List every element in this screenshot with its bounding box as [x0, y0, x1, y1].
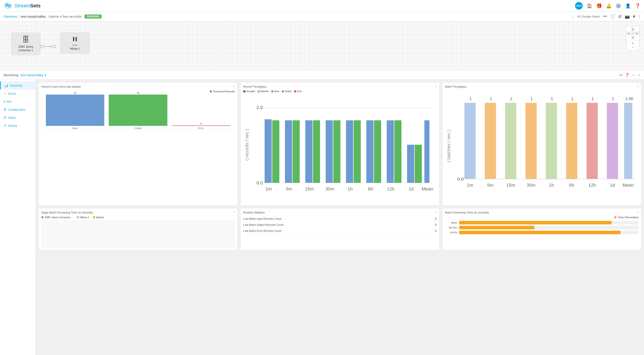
- monitoring-section: Monitoring: test-mysql-kafka ▾ ••• ❓ — ⤢…: [0, 71, 644, 355]
- bar-1m-output: [272, 120, 280, 183]
- svg-text:1h: 1h: [549, 182, 554, 188]
- batch-throughput-title: Batch Throughput: [445, 85, 638, 88]
- jdbc-node[interactable]: 🗄 JDBC QueryConsumer 1: [11, 33, 40, 55]
- svg-text:1: 1: [612, 97, 614, 101]
- gift-icon[interactable]: 🎁: [596, 3, 602, 8]
- svg-text:1d: 1d: [408, 186, 414, 191]
- shuffle-icon[interactable]: ⇄: [618, 14, 622, 19]
- processed-legend-dot: [210, 90, 212, 92]
- sidebar-item-info[interactable]: ℹ Info: [0, 97, 36, 105]
- sidebar-item-rules[interactable]: ☰ Rules: [0, 114, 36, 122]
- output-bar-group: 10 Output: [109, 92, 167, 129]
- nav-right-button[interactable]: ►: [635, 31, 639, 35]
- svg-text:( batches / sec ): ( batches / sec ): [446, 130, 451, 162]
- sidebar-label-history: History: [8, 124, 17, 127]
- error-bar-group: 0 Error: [172, 122, 230, 129]
- record-throughput-title: Record Throughput: [243, 85, 436, 88]
- hbase-subtitle: BASE: [72, 44, 78, 46]
- sidebar-item-configuration[interactable]: ⚙ Configuration: [0, 105, 36, 114]
- sidebar-label-summary: Summary: [10, 84, 22, 87]
- svg-text:15m: 15m: [506, 182, 515, 188]
- errors-icon: ⚠: [4, 92, 6, 95]
- bar-mean-input: [424, 120, 430, 183]
- record-count-title: Record Count (since last startup): [42, 85, 235, 88]
- logo[interactable]: StreamSets: [4, 1, 40, 10]
- sidebar-item-errors[interactable]: ⚠ Errors: [0, 89, 36, 97]
- nav-pad-empty2: [635, 27, 639, 31]
- help-mon-icon[interactable]: ❓: [625, 73, 630, 77]
- bar-axis: [42, 129, 235, 129]
- stage-batch-close[interactable]: ×: [234, 210, 235, 214]
- svg-text:1: 1: [510, 97, 512, 101]
- help-icon[interactable]: ❓: [635, 3, 640, 8]
- jdbc-legend-dot: [42, 216, 44, 218]
- maximize-icon[interactable]: ⤢: [638, 73, 640, 77]
- grouped-legend: Grouped: [243, 90, 255, 92]
- timer-bar-container-mean: [459, 221, 638, 224]
- pipelines-link[interactable]: Pipelines: [4, 14, 17, 18]
- charts-row-1: Record Count (since last startup) × Proc…: [38, 82, 641, 205]
- batch-processing-close[interactable]: ×: [637, 210, 639, 214]
- timer-rows: Mean Std Dev 99.9%: [445, 221, 638, 234]
- bar-1d-output: [415, 145, 422, 183]
- svg-rect-33: [624, 103, 632, 179]
- runtime-stats-title: Runtime Statistics: [243, 211, 436, 214]
- svg-text:1: 1: [571, 97, 573, 101]
- stat-value-1: 0: [435, 223, 436, 226]
- runtime-stats-close[interactable]: ×: [435, 210, 437, 214]
- stage-batch-placeholder: [42, 220, 235, 247]
- batch-throughput-svg: ( batches / sec ) 1 1 1 1 1 1 1 1 1.00: [445, 90, 638, 202]
- timer-bar-stddev: [459, 226, 534, 229]
- monitoring-dropdown-arrow[interactable]: ▾: [44, 73, 46, 77]
- svg-text:30m: 30m: [325, 186, 334, 191]
- zoom-controls: + −: [632, 41, 634, 50]
- camera-icon[interactable]: 📷: [625, 14, 630, 19]
- timer-bar-mean: [459, 221, 612, 224]
- input-bar-value: 10: [74, 92, 76, 94]
- timer-row-mean: Mean: [445, 221, 638, 224]
- nav-left-button[interactable]: ◄: [626, 31, 630, 35]
- monitoring-pipeline[interactable]: test-mysql-kafka: [20, 73, 43, 77]
- sidebar-label-info: Info: [6, 100, 12, 103]
- nav-home-button[interactable]: ⌂: [631, 31, 635, 35]
- svg-text:1.00: 1.00: [625, 97, 633, 101]
- hbase-icon: H: [72, 35, 78, 43]
- settings-icon[interactable]: ⚙️: [616, 3, 621, 8]
- error-dot: [294, 90, 296, 92]
- output-bar: [109, 95, 167, 126]
- bar-1h-input: [346, 120, 353, 183]
- home-icon[interactable]: 🏠: [587, 3, 592, 8]
- svg-text:2.0: 2.0: [256, 105, 263, 110]
- timer-bar-container-999: [459, 231, 638, 234]
- nav-pad-empty3: [626, 35, 630, 39]
- more-actions-icon[interactable]: •••: [603, 14, 607, 19]
- monitoring-text: Monitoring:: [4, 73, 19, 77]
- user-icon[interactable]: 👤: [625, 3, 631, 8]
- minimize-icon[interactable]: —: [632, 73, 635, 77]
- stage-batch-chart: Stage Batch Processing Timer (in seconds…: [38, 208, 238, 250]
- nav-up-button[interactable]: ▲: [631, 27, 635, 31]
- record-count-close[interactable]: ×: [234, 84, 235, 88]
- throughput-legend: Grouped Stacked Input Output: [243, 90, 436, 92]
- stop-icon[interactable]: ■: [633, 14, 635, 19]
- record-throughput-close[interactable]: ×: [435, 84, 437, 88]
- user-badge[interactable]: SCH: [575, 2, 583, 9]
- svg-rect-30: [566, 103, 577, 179]
- share-icon[interactable]: ↑: [638, 14, 640, 19]
- sidebar-item-summary[interactable]: 📊 Summary: [0, 81, 36, 89]
- svg-text:0.0: 0.0: [256, 180, 263, 185]
- monitoring-label: Monitoring: test-mysql-kafka ▾: [4, 73, 46, 77]
- sidebar-item-history[interactable]: ↺ History: [0, 122, 36, 130]
- zoom-in-button[interactable]: +: [632, 41, 634, 45]
- nav-down-button[interactable]: ▼: [631, 35, 635, 39]
- status-badge: RUNNING: [84, 14, 102, 18]
- more-icon[interactable]: •••: [619, 73, 623, 77]
- timer-bar-999: [459, 231, 620, 234]
- document-icon[interactable]: 📄: [610, 14, 615, 19]
- hbase-node[interactable]: H BASE HBase 1: [60, 33, 90, 54]
- zoom-out-button[interactable]: −: [632, 46, 634, 49]
- bell-icon[interactable]: 🔔: [606, 3, 612, 8]
- batch-throughput-close[interactable]: ×: [637, 84, 639, 88]
- svg-text:( records / sec ): ( records / sec ): [244, 129, 249, 160]
- breadcrumb-actions: ✓ All Changes Saved ••• 📄 ⇄ 📷 ■ ↑: [572, 14, 640, 19]
